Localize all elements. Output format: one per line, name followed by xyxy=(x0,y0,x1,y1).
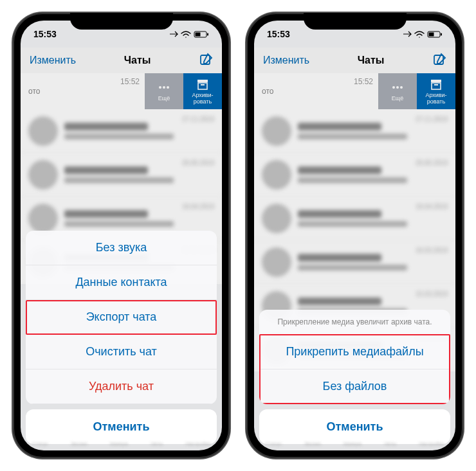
sheet-item-contact-info[interactable]: Данные контакта xyxy=(26,265,217,300)
screen: 15:53 Изменить Чаты ото 15:52 Ещё А xyxy=(21,21,222,450)
sheet-options-group: Прикрепление медиа увеличит архив чата. … xyxy=(259,310,450,404)
tab-calls[interactable]: Звонки xyxy=(304,441,321,447)
tab-camera[interactable]: Камера xyxy=(343,441,362,447)
sheet-item-clear-chat[interactable]: Очистить чат xyxy=(26,335,217,369)
sheet-item-mute[interactable]: Без звука xyxy=(26,231,217,265)
sheet-options-group: Без звука Данные контакта Экспорт чата О… xyxy=(26,231,217,404)
notch xyxy=(70,13,173,30)
tab-chats[interactable]: Чаты xyxy=(151,441,163,447)
sheet-item-without-media[interactable]: Без файлов xyxy=(259,369,450,404)
tab-settings[interactable]: Настройки xyxy=(185,441,210,447)
tab-camera[interactable]: Камера xyxy=(110,441,128,447)
sheet-item-delete-chat[interactable]: Удалить чат xyxy=(26,369,217,404)
phone-right: 15:53 Изменить Чаты ото 15:52 Ещё А xyxy=(246,13,463,458)
screen: 15:53 Изменить Чаты ото 15:52 Ещё А xyxy=(254,21,455,450)
tab-status[interactable]: Статус xyxy=(32,441,48,447)
tab-chats[interactable]: Чаты xyxy=(384,441,396,447)
sheet-message: Прикрепление медиа увеличит архив чата. xyxy=(259,310,450,335)
tab-calls[interactable]: Звонки xyxy=(71,441,87,447)
tab-settings[interactable]: Настройки xyxy=(419,441,444,447)
tab-bar: Статус Звонки Камера Чаты Настройки xyxy=(254,436,455,450)
phone-left: 15:53 Изменить Чаты ото 15:52 Ещё А xyxy=(13,13,230,458)
sheet-item-export-chat[interactable]: Экспорт чата xyxy=(26,300,217,335)
tab-status[interactable]: Статус xyxy=(266,441,282,447)
action-sheet: Прикрепление медиа увеличит архив чата. … xyxy=(259,310,450,444)
sheet-item-attach-media[interactable]: Прикрепить медиафайлы xyxy=(259,335,450,369)
action-sheet: Без звука Данные контакта Экспорт чата О… xyxy=(26,231,217,444)
tab-bar: Статус Звонки Камера Чаты Настройки xyxy=(21,436,222,450)
notch xyxy=(304,13,407,30)
